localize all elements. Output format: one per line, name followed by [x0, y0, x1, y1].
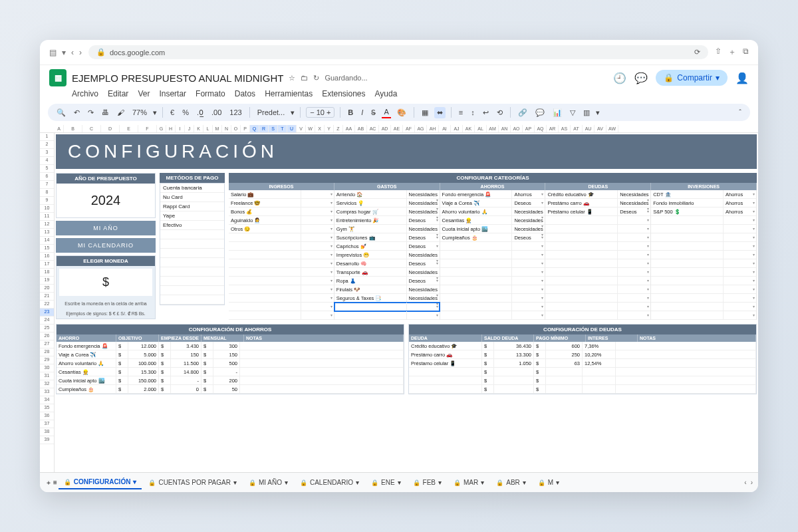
payment-item[interactable]: Rappi Card [160, 202, 224, 211]
category-row[interactable]: Desarrollo 🧠Deseos [334, 259, 440, 268]
savings-row[interactable]: Cumpleaños 🎂$2.000$0$50 [57, 385, 404, 394]
category-row[interactable] [229, 259, 334, 268]
category-row[interactable]: Préstamo celular 📱Deseos [545, 207, 650, 216]
category-row[interactable] [440, 285, 545, 294]
category-row[interactable] [651, 268, 756, 277]
currency-value[interactable]: $ [59, 269, 152, 296]
print-icon[interactable]: 🖶 [100, 107, 111, 118]
category-row[interactable] [229, 311, 334, 320]
category-row[interactable] [229, 294, 334, 303]
link-icon[interactable]: 🔗 [516, 107, 529, 118]
sheet-tab[interactable]: 🔒MAR▾ [448, 476, 489, 489]
category-row[interactable] [440, 251, 545, 259]
category-row[interactable] [440, 303, 545, 311]
chevron-down-icon[interactable]: ▾ [481, 479, 484, 486]
percent-icon[interactable]: % [180, 107, 191, 118]
category-row[interactable]: Ropa 👗Deseos [334, 277, 440, 285]
debt-row[interactable]: Prestámo carro 🚗$13.300$25010,20% [409, 350, 756, 359]
payment-item[interactable]: Efectivo [160, 221, 224, 230]
category-row[interactable]: Ahorro voluntario 🙏Necesidades [440, 207, 545, 216]
sheet-tab[interactable]: 🔒CUENTAS POR PAGAR▾ [143, 476, 242, 489]
text-color-icon[interactable]: A [382, 106, 390, 118]
search-icon[interactable]: 🔍 [55, 107, 68, 118]
category-row[interactable]: Cesantías 👷Necesidades [440, 216, 545, 225]
category-row[interactable] [545, 251, 650, 259]
savings-row[interactable]: Cuota inicial apto 🏙️$150.000$-$200 [57, 376, 404, 385]
category-row[interactable]: Compras hogar 🛒Necesidades [334, 207, 440, 216]
category-row[interactable]: Gym 🏋️Necesidades [334, 225, 440, 233]
sheet-tab[interactable]: 🔒MI AÑO▾ [243, 476, 293, 489]
tab-nav-icon[interactable]: ‹ [744, 479, 746, 486]
payment-item[interactable]: Nu Card [160, 193, 224, 202]
savings-row[interactable]: Ahorro voluntario 🙏$100.000$11.500$500 [57, 359, 404, 368]
doc-title[interactable]: EJEMPLO PRESUPUESTO ANUAL MIDNIGHT [72, 72, 283, 84]
sheet-tab[interactable]: 🔒ABR▾ [491, 476, 531, 489]
chevron-down-icon[interactable]: ▾ [133, 478, 136, 485]
currency-icon[interactable]: € [168, 107, 176, 118]
category-row[interactable] [651, 251, 756, 259]
wrap-icon[interactable]: ↩ [481, 107, 491, 118]
category-row[interactable] [440, 311, 545, 320]
column-headers[interactable]: ABCDEFGHIJKLMNOPQRSTUVWXYZAAABACADAEAFAG… [40, 125, 758, 133]
category-row[interactable] [651, 242, 756, 251]
payment-item[interactable]: Cuenta bancaria [160, 184, 224, 193]
share-icon[interactable]: ⇧ [715, 47, 722, 58]
category-row[interactable] [440, 294, 545, 303]
dec-increase-icon[interactable]: .00 [209, 107, 223, 118]
debt-row[interactable]: Crédito educativo 🎓$36.430$6007,36% [409, 342, 756, 350]
category-row[interactable] [545, 242, 650, 251]
category-row[interactable] [545, 268, 650, 277]
category-row[interactable] [545, 285, 650, 294]
chevron-down-icon[interactable]: ▾ [356, 479, 359, 486]
chart-icon[interactable]: 📊 [551, 107, 564, 118]
font-select[interactable]: Predet... [255, 107, 287, 118]
filter-icon[interactable]: ▽ [568, 107, 577, 118]
category-row[interactable] [229, 285, 334, 294]
category-row[interactable] [229, 233, 334, 242]
category-row[interactable] [229, 242, 334, 251]
chevron-down-icon[interactable]: ▾ [233, 479, 237, 486]
category-row[interactable]: Seguros & Taxes 📑Necesidades [334, 294, 440, 303]
merge-icon[interactable]: ⬌ [434, 107, 446, 118]
url-bar[interactable]: 🔒 docs.google.com ⟳ [88, 45, 708, 59]
mi-ano-button[interactable]: MI AÑO [56, 221, 156, 235]
dec-decrease-icon[interactable]: .0̲ [195, 107, 205, 118]
add-sheet-icon[interactable]: ＋ [45, 478, 52, 487]
category-row[interactable]: Transporte 🚗Necesidades [334, 268, 440, 277]
halign-icon[interactable]: ≡ [457, 107, 465, 118]
debt-row[interactable]: Préstamo celular 📱$1.050$6312,54% [409, 359, 756, 368]
valign-icon[interactable]: ↕ [469, 107, 477, 118]
category-row[interactable]: Caprichos 💅Deseos [334, 242, 440, 251]
category-row[interactable]: Cumpleaños 🎂Deseos [440, 233, 545, 242]
share-button[interactable]: 🔒 Compartir ▾ [656, 70, 728, 86]
sheets-logo-icon[interactable]: ▦ [49, 69, 66, 86]
category-row[interactable]: Freelance 🤓 [229, 199, 334, 207]
tabs-icon[interactable]: ⧉ [743, 47, 749, 58]
menu-extensiones[interactable]: Extensiones [322, 89, 365, 98]
category-row[interactable] [545, 259, 650, 268]
category-row[interactable] [545, 277, 650, 285]
tab-nav-icon[interactable]: › [751, 479, 753, 486]
savings-row[interactable]: Cesantías 👷$15.300$14.800$- [57, 368, 404, 376]
new-tab-icon[interactable]: ＋ [728, 47, 736, 58]
mi-calendario-button[interactable]: MI CALENDARIO [56, 238, 156, 253]
category-row[interactable] [229, 277, 334, 285]
category-row[interactable] [545, 311, 650, 320]
category-row[interactable]: Viaje a Corea ✈️Deseos [440, 199, 545, 207]
minus-icon[interactable]: − [310, 108, 314, 116]
redo-icon[interactable]: ↷ [86, 107, 96, 118]
font-size[interactable]: − 10 + [306, 107, 334, 118]
category-grid[interactable]: Salario 💼Freelance 🤓Bonos 💰Aguinaldo 👩‍💼… [229, 190, 757, 320]
sheet-tab[interactable]: 🔒M▾ [533, 476, 565, 489]
payment-item[interactable]: Yape [160, 211, 224, 221]
sheet-tab[interactable]: 🔒CONFIGURACIÓN▾ [59, 475, 142, 489]
undo-icon[interactable]: ↶ [72, 107, 82, 118]
strike-icon[interactable]: S̶ [369, 107, 378, 118]
menu-archivo[interactable]: Archivo [72, 89, 98, 98]
collapse-icon[interactable]: ˆ [737, 107, 743, 118]
rotate-icon[interactable]: ⟲ [495, 107, 505, 118]
chevron-down-icon[interactable]: ▾ [291, 108, 295, 117]
category-row[interactable]: Servicios 💡Necesidades [334, 199, 440, 207]
chevron-down-icon[interactable]: ▾ [596, 108, 600, 117]
italic-icon[interactable]: I [359, 107, 365, 118]
